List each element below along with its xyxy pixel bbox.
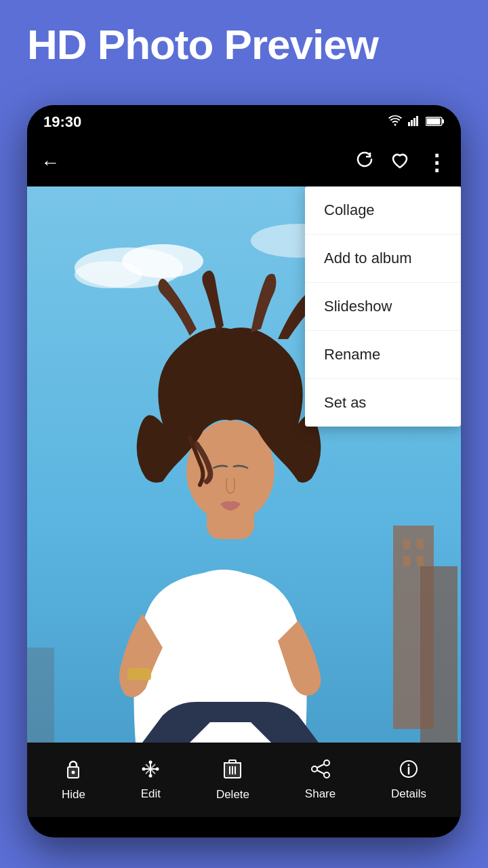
more-button[interactable]: ⋮ [426, 150, 447, 176]
hide-icon [64, 759, 83, 784]
bottom-bar: Hide Edit [27, 743, 461, 817]
top-toolbar: ← ⋮ [27, 139, 461, 186]
svg-rect-15 [417, 539, 424, 549]
details-label: Details [391, 787, 426, 801]
menu-item-slideshow[interactable]: Slideshow [305, 283, 461, 331]
svg-point-33 [156, 767, 159, 770]
phone-frame: 19:30 [27, 105, 461, 837]
edit-icon [141, 760, 160, 783]
bottom-share[interactable]: Share [305, 760, 336, 801]
status-time: 19:30 [43, 113, 81, 131]
share-label: Share [305, 787, 336, 801]
svg-line-44 [317, 770, 324, 774]
details-icon [399, 760, 418, 783]
signal-icon [408, 115, 420, 130]
favorite-button[interactable] [390, 151, 409, 175]
svg-rect-6 [427, 118, 441, 124]
svg-rect-14 [403, 539, 410, 549]
delete-icon [224, 759, 241, 784]
status-bar: 19:30 [27, 105, 461, 139]
svg-point-41 [312, 766, 317, 772]
photo-area: Collage Add to album Slideshow Rename Se… [27, 186, 461, 743]
svg-rect-16 [403, 556, 410, 566]
status-icons [388, 115, 445, 130]
toolbar-left: ← [41, 152, 60, 174]
svg-rect-19 [27, 648, 54, 743]
svg-rect-18 [420, 566, 458, 743]
svg-rect-23 [127, 668, 151, 680]
svg-rect-17 [417, 556, 424, 566]
bottom-hide[interactable]: Hide [62, 759, 85, 802]
menu-item-set-as[interactable]: Set as [305, 379, 461, 427]
svg-point-31 [149, 774, 152, 777]
svg-rect-3 [416, 116, 418, 126]
wifi-icon [388, 115, 403, 130]
hide-label: Hide [62, 788, 85, 802]
toolbar-right: ⋮ [355, 150, 447, 176]
svg-point-42 [324, 772, 329, 778]
menu-item-rename[interactable]: Rename [305, 331, 461, 379]
battery-icon [426, 115, 445, 130]
menu-item-collage[interactable]: Collage [305, 186, 461, 235]
menu-item-add-to-album[interactable]: Add to album [305, 235, 461, 283]
svg-point-25 [72, 770, 75, 774]
svg-point-40 [324, 760, 329, 766]
dropdown-menu: Collage Add to album Slideshow Rename Se… [305, 186, 461, 427]
svg-rect-1 [411, 120, 413, 126]
svg-rect-2 [413, 118, 415, 126]
svg-line-43 [317, 764, 324, 768]
delete-label: Delete [216, 788, 249, 802]
banner-title: HD Photo Preview [27, 20, 461, 68]
banner: HD Photo Preview [0, 0, 488, 82]
share-icon [310, 760, 331, 783]
edit-label: Edit [141, 787, 161, 801]
back-button[interactable]: ← [41, 152, 60, 174]
svg-point-10 [75, 261, 142, 288]
svg-rect-5 [442, 119, 444, 123]
bottom-delete[interactable]: Delete [216, 759, 249, 802]
svg-point-32 [142, 767, 146, 770]
bottom-details[interactable]: Details [391, 760, 426, 801]
svg-point-47 [408, 764, 410, 766]
rotate-button[interactable] [355, 151, 374, 175]
svg-rect-0 [408, 122, 410, 126]
svg-point-30 [149, 760, 152, 764]
bottom-edit[interactable]: Edit [141, 760, 161, 801]
